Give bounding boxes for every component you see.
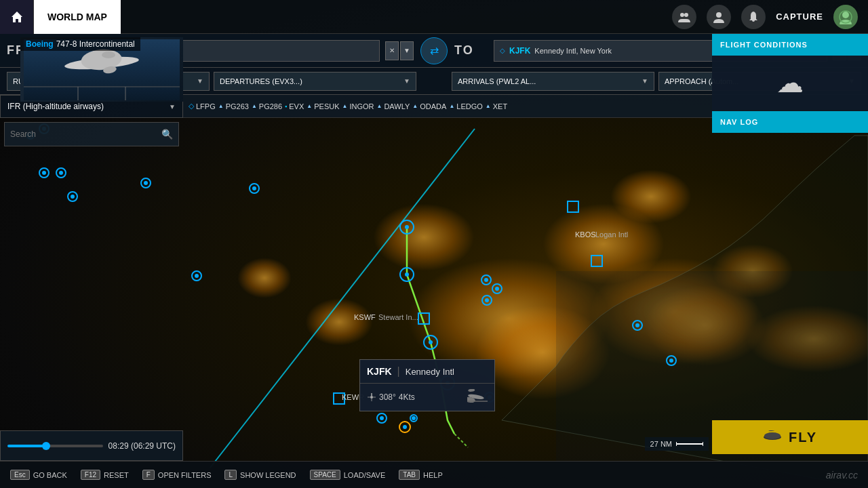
shortcut-open-filters[interactable]: F OPEN FILTERS — [142, 470, 212, 480]
shortcuts-bar: Esc GO BACK F12 RESET F OPEN FILTERS L S… — [0, 461, 868, 488]
time-display: 08:29 (06:29 UTC) — [108, 441, 176, 451]
distance-scale-icon — [676, 441, 703, 447]
map-airport-dot[interactable] — [632, 320, 643, 331]
left-sidebar: 🔍 — [0, 118, 183, 461]
departures-selector[interactable]: DEPARTURES (EVX3...) ▼ — [214, 72, 416, 91]
home-button[interactable] — [0, 0, 34, 34]
community-icon[interactable] — [672, 5, 696, 29]
runway-dropdown-arrow: ▼ — [197, 77, 203, 85]
waypoint-pg263[interactable]: ▲ PG263 — [218, 102, 249, 110]
kbos-dot[interactable] — [567, 201, 579, 213]
shortcut-reset[interactable]: F12 RESET — [81, 470, 129, 480]
waypoint-code: LEDGO — [456, 102, 483, 110]
waypoint-triangle-icon: ▲ — [377, 103, 382, 109]
landing-icon-area — [467, 389, 488, 405]
waypoint-ingor[interactable]: ▲ INGOR — [342, 102, 374, 110]
kswf-dot[interactable] — [418, 312, 430, 325]
space-key: SPACE — [310, 470, 340, 480]
esc-key: Esc — [10, 470, 30, 480]
shortcut-show-legend[interactable]: L SHOW LEGEND — [224, 470, 296, 480]
ifr-selector[interactable]: IFR (High-altitude airways) ▼ — [1, 102, 182, 111]
waypoint-lfpg[interactable]: ◇ LFPG — [189, 102, 216, 110]
landing-plane-icon — [467, 389, 488, 403]
shortcut-load-save[interactable]: SPACE LOAD/SAVE — [310, 470, 386, 480]
svg-point-12 — [680, 13, 684, 17]
world-map-label: WORLD MAP — [47, 12, 107, 22]
svg-point-11 — [102, 52, 115, 58]
from-clear-button[interactable]: ✕ — [385, 41, 399, 60]
map-airport-dot[interactable] — [376, 413, 387, 424]
people-icon — [677, 12, 691, 22]
waypoint-xet[interactable]: ▲ XET — [486, 102, 507, 110]
kjfk-dot[interactable] — [399, 421, 411, 433]
waypoint-pesuk[interactable]: ▲ PESUK — [307, 102, 339, 110]
search-icon[interactable]: 🔍 — [161, 129, 173, 140]
map-airport-dot[interactable] — [249, 183, 260, 194]
map-airport-dot[interactable] — [191, 270, 202, 281]
waypoint-code: PG263 — [226, 102, 249, 110]
avatar[interactable] — [833, 5, 858, 29]
map-airport-dot[interactable] — [492, 283, 502, 294]
capture-button[interactable]: CAPTURE — [776, 12, 823, 22]
shortcuts-right: airav.cc — [826, 470, 858, 481]
waypoint-dawly[interactable]: ▲ DAWLY — [377, 102, 410, 110]
svg-line-2 — [454, 434, 468, 447]
map-waypoint-dot[interactable] — [399, 267, 414, 282]
fly-plane-icon — [763, 430, 782, 444]
map-airport-dot[interactable] — [481, 274, 492, 285]
svg-point-17 — [370, 396, 373, 399]
to-airport-name: Kennedy Intl, New York — [534, 47, 612, 55]
timeline-slider[interactable] — [7, 445, 103, 447]
kswf-name: Stewart In... — [378, 313, 418, 321]
svg-point-30 — [764, 432, 781, 439]
shortcut-go-back[interactable]: Esc GO BACK — [10, 470, 67, 480]
load-save-label: LOAD/SAVE — [344, 471, 386, 479]
waypoint-pg286[interactable]: ▲ PG286 — [252, 102, 282, 110]
arrivals-dropdown-arrow: ▼ — [642, 77, 648, 85]
svg-point-15 — [842, 12, 849, 18]
map-airport-dot[interactable] — [410, 414, 418, 422]
bell-icon — [748, 11, 759, 23]
svg-line-1 — [210, 129, 475, 468]
arrivals-selector[interactable]: ARRIVALS (PWL2 AL... ▼ — [452, 72, 654, 91]
search-input[interactable] — [10, 129, 157, 139]
flight-conditions-body: ☁ — [712, 56, 868, 110]
waypoint-triangle-icon: ▲ — [486, 103, 491, 109]
waypoint-evx[interactable]: ▪ EVX — [285, 102, 304, 110]
waypoint-odada[interactable]: ▲ ODADA — [412, 102, 446, 110]
swap-airports-button[interactable]: ⇄ — [420, 37, 448, 64]
waypoint-ledgo[interactable]: ▲ LEDGO — [449, 102, 482, 110]
profile-icon[interactable] — [707, 5, 731, 29]
airport-tooltip: KJFK | Kennedy Intl 308° 4Kts — [359, 359, 495, 411]
map-dot[interactable] — [591, 255, 603, 267]
from-dropdown-button[interactable]: ▼ — [400, 41, 414, 60]
shortcut-help[interactable]: TAB HELP — [399, 470, 442, 480]
nav-log-label: NAV LOG — [720, 118, 758, 126]
ifr-label: IFR (High-altitude airways) — [7, 102, 104, 111]
map-waypoint-dot[interactable] — [423, 335, 438, 350]
map-airport-dot[interactable] — [666, 355, 677, 366]
tab-key: TAB — [399, 470, 420, 480]
header-right: CAPTURE — [672, 5, 868, 29]
waypoint-code: XET — [493, 102, 507, 110]
waypoint-code: EVX — [289, 102, 304, 110]
tooltip-airport-code: KJFK — [367, 366, 392, 377]
map-airport-dot[interactable] — [481, 295, 492, 306]
nav-log-button[interactable]: NAV LOG — [712, 111, 868, 133]
kswf-label: KSWF — [354, 313, 376, 321]
l-key: L — [224, 470, 237, 480]
watermark-text: airav.cc — [826, 470, 858, 481]
waypoint-triangle-icon: ▲ — [252, 103, 257, 109]
world-map-tab[interactable]: WORLD MAP — [34, 0, 121, 34]
kewr-dot[interactable] — [333, 392, 345, 405]
waypoint-code: DAWLY — [384, 102, 410, 110]
fly-label: FLY — [789, 430, 817, 445]
departures-dropdown-arrow: ▼ — [403, 77, 410, 85]
fly-button[interactable]: FLY — [712, 420, 868, 454]
map-waypoint-dot[interactable] — [399, 220, 414, 235]
arrivals-label: ARRIVALS (PWL2 AL... — [458, 77, 536, 85]
distance-value: 27 NM — [650, 440, 672, 448]
notifications-icon[interactable] — [741, 5, 766, 29]
waypoint-code: ODADA — [420, 102, 446, 110]
svg-point-24 — [468, 389, 475, 392]
